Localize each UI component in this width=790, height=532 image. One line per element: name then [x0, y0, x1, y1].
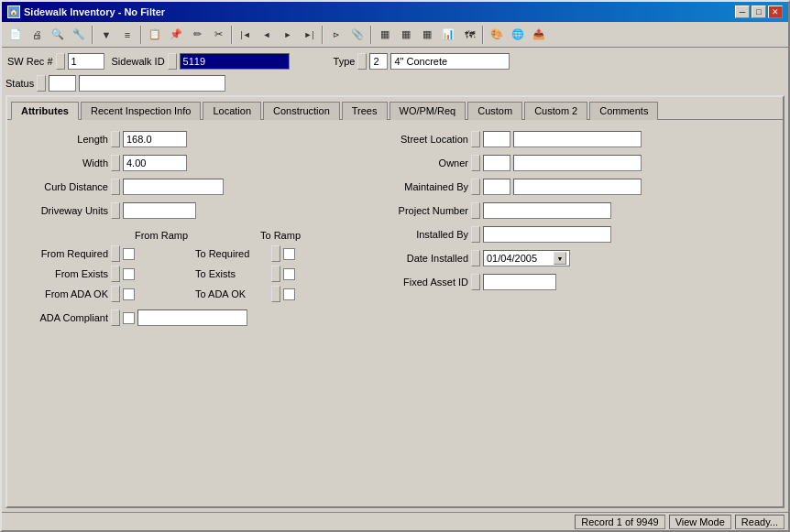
from-required-checkbox[interactable] — [123, 248, 135, 260]
ada-compliant-checkbox[interactable] — [123, 312, 135, 324]
view-mode-section: View Mode — [669, 515, 731, 529]
driveway-units-input[interactable] — [123, 202, 196, 219]
edit-button[interactable]: ✏ — [187, 25, 207, 45]
to-exists-checkbox[interactable] — [283, 268, 295, 280]
street-location-code-input[interactable] — [483, 131, 510, 147]
to-ada-ok-indicator — [271, 286, 280, 302]
graph-button[interactable]: 📊 — [438, 25, 458, 45]
attach-button[interactable]: 📎 — [347, 25, 368, 45]
date-installed-label: Date Installed — [368, 253, 468, 264]
tab-wo[interactable]: WO/PM/Req — [390, 102, 466, 120]
new-button[interactable]: 📄 — [5, 25, 26, 45]
color-button[interactable]: 🎨 — [487, 25, 507, 45]
nav-next-button[interactable]: ► — [278, 25, 298, 45]
ada-compliant-label: ADA Compliant — [16, 312, 108, 323]
status-value-input[interactable] — [79, 75, 225, 92]
curb-distance-input[interactable] — [123, 179, 224, 195]
print-button[interactable]: 🖨 — [27, 25, 47, 45]
grid3-button[interactable]: ▦ — [417, 25, 437, 45]
owner-input[interactable] — [513, 155, 642, 171]
type-code-input[interactable] — [369, 53, 388, 70]
fixed-asset-id-input[interactable] — [483, 274, 556, 290]
curb-distance-row: Curb Distance — [16, 177, 331, 197]
date-installed-indicator — [471, 250, 480, 266]
nav-first-button[interactable]: |◄ — [236, 25, 256, 45]
date-installed-row: Date Installed 01/04/2005 ▼ — [368, 248, 774, 268]
length-input[interactable] — [123, 131, 187, 147]
status-row: Status — [5, 75, 785, 92]
tab-trees[interactable]: Trees — [342, 102, 388, 120]
curb-distance-label: Curb Distance — [16, 181, 108, 192]
tools-button[interactable]: 🔧 — [69, 25, 89, 45]
paste-button[interactable]: 📌 — [166, 25, 186, 45]
map-button[interactable]: 🗺 — [459, 25, 479, 45]
jump-button[interactable]: ⊳ — [326, 25, 346, 45]
tab-attributes[interactable]: Attributes — [11, 102, 79, 120]
tab-inspection[interactable]: Recent Inspection Info — [81, 102, 201, 120]
status-code-input[interactable] — [49, 75, 76, 92]
grid1-button[interactable]: ▦ — [375, 25, 395, 45]
from-ada-ok-label: From ADA OK — [16, 288, 108, 299]
toolbar-separator-1 — [92, 26, 93, 44]
form-area: SW Rec # Sidewalk ID Type Status — [2, 48, 788, 512]
sw-rec-input[interactable] — [68, 53, 104, 70]
maintained-by-input[interactable] — [513, 179, 642, 195]
street-location-input[interactable] — [513, 131, 642, 147]
view-button[interactable]: ≡ — [117, 25, 137, 45]
export-button[interactable]: 📤 — [529, 25, 549, 45]
close-button[interactable]: ✕ — [768, 5, 783, 18]
tab-custom[interactable]: Custom — [467, 102, 522, 120]
installed-by-label: Installed By — [368, 229, 468, 240]
ada-compliant-input[interactable] — [137, 309, 247, 326]
width-input[interactable] — [123, 155, 187, 171]
project-number-input[interactable] — [483, 202, 611, 219]
from-ada-ok-checkbox[interactable] — [123, 288, 135, 300]
grid2-button[interactable]: ▦ — [396, 25, 416, 45]
nav-prev-button[interactable]: ◄ — [257, 25, 277, 45]
from-exists-checkbox[interactable] — [123, 268, 135, 280]
to-required-checkbox[interactable] — [283, 248, 295, 260]
maintained-by-code-input[interactable] — [483, 179, 510, 195]
length-row: Length — [16, 129, 331, 149]
owner-code-input[interactable] — [483, 155, 510, 171]
to-required-indicator — [271, 245, 280, 262]
toolbar-separator-3 — [231, 26, 233, 44]
toolbar-separator-6 — [482, 26, 484, 44]
tab-content-attributes: Length Width Curb Distance — [7, 119, 783, 506]
width-label: Width — [16, 157, 108, 168]
tab-location[interactable]: Location — [203, 102, 261, 120]
minimize-button[interactable]: ─ — [735, 5, 750, 18]
fixed-asset-id-row: Fixed Asset ID — [368, 272, 774, 292]
from-required-label: From Required — [16, 248, 108, 259]
to-ada-ok-checkbox[interactable] — [283, 288, 295, 300]
status-label: Status — [5, 78, 34, 89]
search-button[interactable]: 🔍 — [48, 25, 68, 45]
sidewalk-id-input[interactable] — [180, 53, 290, 70]
tab-comments[interactable]: Comments — [589, 102, 658, 120]
ramp-headers: From Ramp To Ramp — [111, 230, 331, 241]
installed-by-row: Installed By — [368, 224, 774, 244]
maximize-button[interactable]: □ — [752, 5, 766, 18]
tab-construction[interactable]: Construction — [263, 102, 340, 120]
filter-button[interactable]: ▼ — [96, 25, 116, 45]
toolbar-separator-4 — [322, 26, 324, 44]
sidewalk-id-group: Sidewalk ID — [112, 53, 290, 70]
date-installed-field[interactable]: 01/04/2005 ▼ — [483, 250, 570, 266]
cut-button[interactable]: ✂ — [208, 25, 228, 45]
copy-button[interactable]: 📋 — [145, 25, 165, 45]
type-label: Type — [334, 56, 356, 67]
toolbar: 📄 🖨 🔍 🔧 ▼ ≡ 📋 📌 ✏ ✂ |◄ ◄ ► ►| ⊳ 📎 ▦ ▦ ▦ … — [2, 22, 788, 48]
curb-distance-indicator — [111, 179, 120, 195]
web-button[interactable]: 🌐 — [508, 25, 528, 45]
type-value-input[interactable] — [390, 53, 510, 70]
project-number-row: Project Number — [368, 201, 774, 221]
tab-custom2[interactable]: Custom 2 — [524, 102, 587, 120]
maintained-by-indicator — [471, 179, 480, 195]
installed-by-input[interactable] — [483, 226, 611, 243]
date-dropdown-button[interactable]: ▼ — [554, 252, 566, 265]
width-row: Width — [16, 153, 331, 173]
length-indicator — [111, 131, 120, 147]
from-exists-label: From Exists — [16, 268, 108, 279]
nav-last-button[interactable]: ►| — [299, 25, 319, 45]
street-location-row: Street Location — [368, 129, 774, 149]
